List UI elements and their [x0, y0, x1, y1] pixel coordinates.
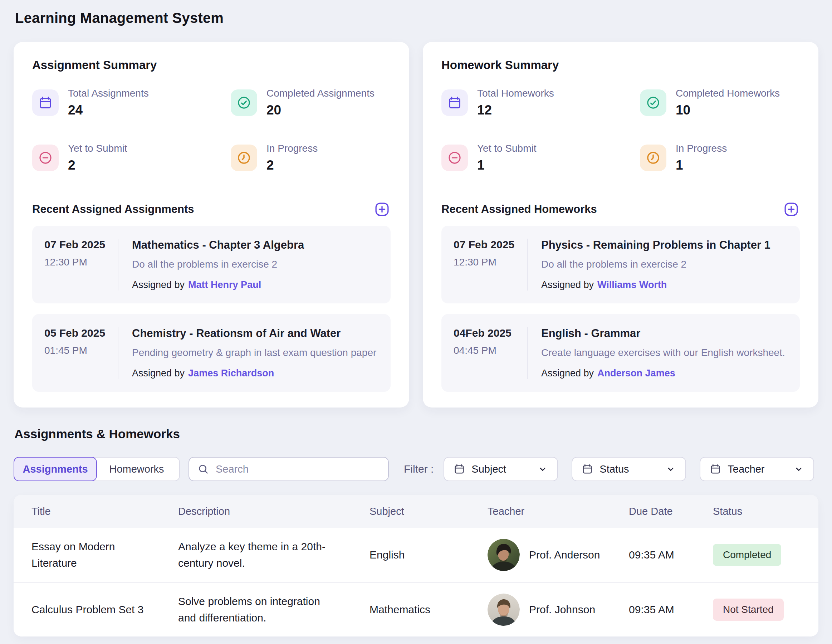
section-title: Assignments & Homeworks: [14, 427, 818, 441]
item-description: Create language exercises with our Engli…: [541, 347, 788, 359]
item-time: 12:30 PM: [454, 256, 527, 268]
stat-label: Yet to Submit: [68, 143, 127, 154]
filter-status-dropdown[interactable]: Status: [571, 457, 686, 481]
assigned-by-name[interactable]: Anderson James: [597, 368, 675, 378]
column-header-status: Status: [713, 506, 800, 517]
cell-title: Essay on Modern Literature: [32, 529, 149, 582]
stat-value: 1: [477, 158, 536, 173]
stat-in-progress-homeworks: In Progress 1: [640, 143, 800, 173]
tab-assignments[interactable]: Assignments: [14, 457, 97, 481]
list-item[interactable]: 07 Feb 2025 12:30 PM Physics - Remaining…: [442, 226, 800, 303]
item-description: Do all the problems in exercise 2: [132, 259, 378, 270]
stat-yet-to-submit-assignments: Yet to Submit 2: [32, 143, 231, 173]
cell-due-date: 09:35 AM: [629, 594, 713, 626]
calendar-icon: [442, 90, 468, 116]
item-date: 07 Feb 2025: [44, 239, 118, 251]
assigned-by-name[interactable]: James Richardson: [188, 368, 274, 378]
check-circle-icon: [640, 90, 666, 116]
table-header-row: Title Description Subject Teacher Due Da…: [14, 495, 818, 528]
filter-teacher-dropdown[interactable]: Teacher: [700, 457, 814, 481]
add-assignment-button[interactable]: [373, 201, 390, 218]
assigned-by-name[interactable]: Williams Worth: [597, 279, 667, 290]
summary-cards-row: Assignment Summary Total Assignments 24: [14, 42, 818, 407]
chevron-down-icon: [537, 464, 548, 474]
tab-homeworks[interactable]: Homeworks: [94, 457, 180, 481]
minus-circle-icon: [32, 144, 59, 171]
clock-icon: [640, 144, 666, 171]
item-description: Pending geometry & graph in last exam qu…: [132, 347, 378, 359]
plus-square-icon: [783, 201, 800, 218]
column-header-teacher: Teacher: [488, 506, 629, 517]
filter-subject-dropdown[interactable]: Subject: [443, 457, 558, 481]
cell-subject: English: [370, 539, 488, 571]
assigned-by-label: Assigned by: [132, 279, 184, 290]
item-title: Mathematics - Chapter 3 Algebra: [132, 239, 378, 252]
calendar-icon: [32, 90, 59, 116]
cell-teacher: Prof. Anderson: [488, 529, 629, 581]
item-title: Physics - Remaining Problems in Chapter …: [541, 239, 788, 252]
assigned-by-label: Assigned by: [541, 368, 594, 378]
homework-stats: Total Homeworks 12 Completed Homeworks 1…: [442, 88, 800, 173]
calendar-icon: [454, 463, 465, 475]
assignment-summary-card: Assignment Summary Total Assignments 24: [14, 42, 409, 407]
minus-circle-icon: [442, 144, 468, 171]
list-item[interactable]: 04Feb 2025 04:45 PM English - Grammar Cr…: [442, 314, 800, 392]
avatar: [488, 594, 520, 626]
add-homework-button[interactable]: [782, 201, 800, 218]
item-description: Do all the problems in exercise 2: [541, 259, 788, 270]
stat-value: 10: [676, 103, 780, 118]
column-header-description: Description: [178, 506, 370, 517]
list-item[interactable]: 07 Feb 2025 12:30 PM Mathematics - Chapt…: [32, 226, 390, 303]
cell-due-date: 09:35 AM: [629, 539, 713, 571]
search-box[interactable]: [189, 457, 389, 481]
avatar: [488, 539, 520, 571]
assigned-by-name[interactable]: Matt Henry Paul: [188, 279, 261, 290]
stat-label: Completed Assignments: [267, 88, 374, 99]
recent-homeworks-list: 07 Feb 2025 12:30 PM Physics - Remaining…: [442, 226, 800, 392]
homework-summary-card: Homework Summary Total Homeworks 12: [423, 42, 818, 407]
stat-label: Total Homeworks: [477, 88, 554, 99]
search-input[interactable]: [216, 463, 380, 475]
stat-value: 12: [477, 103, 554, 118]
table-row[interactable]: Essay on Modern Literature Analyze a key…: [14, 528, 818, 582]
check-circle-icon: [231, 90, 257, 116]
chevron-down-icon: [665, 464, 676, 474]
cell-description: Solve problems on integration and differ…: [178, 583, 332, 636]
assignment-stats: Total Assignments 24 Completed Assignmen…: [32, 88, 390, 173]
table-row[interactable]: Calculus Problem Set 3 Solve problems on…: [14, 582, 818, 636]
stat-completed-homeworks: Completed Homeworks 10: [640, 88, 800, 118]
stat-value: 1: [676, 158, 727, 173]
filter-status-label: Status: [600, 463, 629, 475]
column-header-title: Title: [32, 506, 178, 517]
page: Learning Management System Assignment Su…: [0, 0, 832, 636]
column-header-due-date: Due Date: [629, 506, 713, 517]
teacher-name: Prof. Johnson: [529, 604, 595, 616]
column-header-subject: Subject: [370, 506, 488, 517]
assigned-by-label: Assigned by: [541, 279, 594, 290]
stat-value: 2: [68, 158, 127, 173]
stat-label: In Progress: [676, 143, 727, 154]
calendar-icon: [582, 463, 593, 475]
item-date: 05 Feb 2025: [44, 327, 118, 339]
stat-yet-to-submit-homeworks: Yet to Submit 1: [442, 143, 640, 173]
stat-total-assignments: Total Assignments 24: [32, 88, 231, 118]
stat-value: 24: [68, 103, 149, 118]
chevron-down-icon: [794, 464, 804, 474]
assignment-summary-title: Assignment Summary: [32, 58, 390, 72]
assigned-by-label: Assigned by: [132, 368, 184, 378]
recent-homeworks-title: Recent Assigned Homeworks: [442, 203, 597, 216]
item-time: 12:30 PM: [44, 256, 118, 268]
stat-label: In Progress: [267, 143, 318, 154]
stat-value: 2: [267, 158, 318, 173]
item-title: English - Grammar: [541, 327, 788, 340]
cell-title: Calculus Problem Set 3: [32, 591, 149, 628]
item-time: 01:45 PM: [44, 345, 118, 356]
stat-total-homeworks: Total Homeworks 12: [442, 88, 640, 118]
recent-assignments-title: Recent Assigned Assignments: [32, 203, 194, 216]
status-badge: Not Started: [713, 599, 784, 621]
teacher-name: Prof. Anderson: [529, 549, 600, 561]
list-controls: Assignments Homeworks Filter : Subject S…: [14, 457, 818, 481]
page-title: Learning Management System: [15, 0, 818, 26]
list-item[interactable]: 05 Feb 2025 01:45 PM Chemistry - Reation…: [32, 314, 390, 392]
item-date: 07 Feb 2025: [454, 239, 527, 251]
